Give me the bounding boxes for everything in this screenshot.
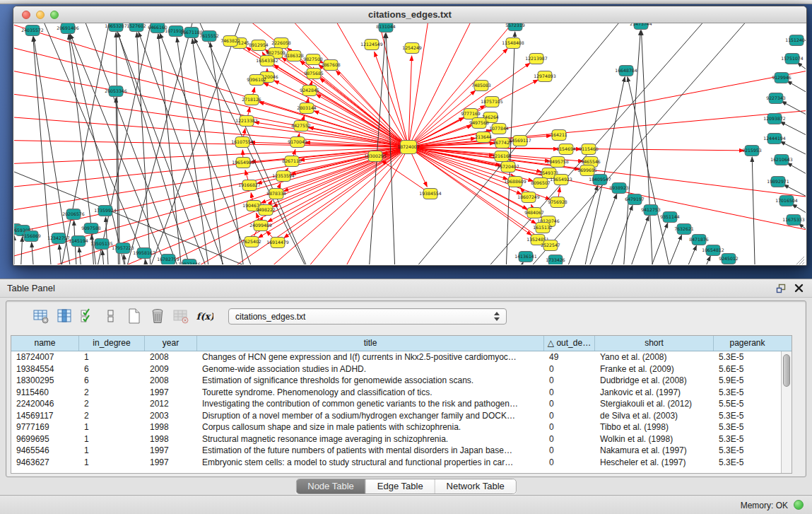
table-cell[interactable]: 0 xyxy=(544,445,595,457)
tab-node-table[interactable]: Node Table xyxy=(296,479,366,493)
table-cell[interactable]: 2008 xyxy=(145,375,197,387)
graph-edge[interactable] xyxy=(33,37,53,264)
table-cell[interactable]: 2008 xyxy=(145,351,197,363)
window-titlebar[interactable]: citations_edges.txt xyxy=(13,6,806,23)
graph-edge[interactable] xyxy=(787,81,806,108)
table-cell[interactable]: 9463627 xyxy=(11,457,79,469)
table-cell[interactable]: Tibbo et al. (1998) xyxy=(595,421,714,433)
table-cell[interactable]: 0 xyxy=(544,375,595,387)
table-cell[interactable]: Structural magnetic resonance image aver… xyxy=(197,433,544,445)
table-cell[interactable]: 5.3E-5 xyxy=(714,421,781,433)
table-cell[interactable]: Tourette syndrome. Phenomenology and cla… xyxy=(197,387,544,399)
column-header[interactable]: in_degree xyxy=(79,336,145,351)
table-cell[interactable]: 5.6E-5 xyxy=(714,363,781,375)
table-row[interactable]: 969969511998Structural magnetic resonanc… xyxy=(11,433,781,445)
table-cell[interactable]: 9115460 xyxy=(11,387,79,399)
graph-edge[interactable] xyxy=(102,250,106,264)
new-document-icon[interactable] xyxy=(125,307,143,325)
table-cell[interactable]: 5.5E-5 xyxy=(714,398,781,410)
table-cell[interactable]: 2 xyxy=(79,410,145,422)
table-cell[interactable]: 5.3E-5 xyxy=(714,445,781,457)
graph-edge[interactable] xyxy=(92,23,155,264)
table-cell[interactable]: Changes of HCN gene expression and I(f) … xyxy=(197,351,544,363)
network-canvas[interactable]: 1872400724035572206914061065328715276026… xyxy=(14,23,806,264)
table-cell[interactable]: 1998 xyxy=(145,433,197,445)
table-cell[interactable]: 18300295 xyxy=(11,375,79,387)
row-height-icon[interactable] xyxy=(102,307,120,325)
graph-edge[interactable] xyxy=(782,101,806,129)
table-cell[interactable]: 6 xyxy=(79,375,145,387)
table-cell[interactable]: 2 xyxy=(79,398,145,410)
select-rows-icon[interactable] xyxy=(78,307,97,325)
graph-edge[interactable] xyxy=(787,163,806,189)
table-row[interactable]: 946362711997Embryonic stem cells: a mode… xyxy=(11,457,781,469)
table-cell[interactable]: Yano et al. (2008) xyxy=(595,351,714,363)
table-cell[interactable]: 0 xyxy=(544,398,595,410)
float-panel-icon[interactable] xyxy=(776,284,787,293)
graph-edge[interactable] xyxy=(408,147,744,151)
graph-edge[interactable] xyxy=(382,160,430,194)
table-cell[interactable]: Nakamura et al. (1997) xyxy=(595,445,714,457)
show-columns-icon[interactable] xyxy=(55,307,73,325)
graph-edge[interactable] xyxy=(14,66,408,147)
table-row[interactable]: 946554611997Estimation of the future num… xyxy=(11,445,781,457)
graph-edge[interactable] xyxy=(210,42,247,264)
function-builder-icon[interactable]: f(x) xyxy=(195,307,213,325)
table-cell[interactable]: 0 xyxy=(544,387,595,399)
graph-edge[interactable] xyxy=(408,23,431,147)
table-cell[interactable]: 0 xyxy=(544,421,595,433)
table-cell[interactable]: Investigating the contribution of common… xyxy=(197,398,544,410)
table-cell[interactable]: Embryonic stem cells: a model to study s… xyxy=(197,457,544,469)
table-row[interactable]: 1938455462009Genome-wide association stu… xyxy=(11,363,781,375)
graph-edge[interactable] xyxy=(14,115,408,147)
table-cell[interactable]: 0 xyxy=(544,363,595,375)
table-cell[interactable]: Wolkin et al. (1998) xyxy=(595,433,714,445)
table-cell[interactable]: Hescheler et al. (1997) xyxy=(595,457,714,469)
delete-icon[interactable] xyxy=(148,307,167,325)
table-cell[interactable]: 1997 xyxy=(145,457,197,469)
graph-edge[interactable] xyxy=(659,235,682,264)
table-cell[interactable]: 1 xyxy=(79,351,145,363)
table-cell[interactable]: Dudbridge et al. (2008) xyxy=(595,375,714,387)
graph-edge[interactable] xyxy=(59,245,64,264)
table-row[interactable]: 1872400712008Changes of HCN gene express… xyxy=(11,351,781,363)
graph-edge[interactable] xyxy=(28,147,408,264)
graph-edge[interactable] xyxy=(509,262,523,264)
graph-edge[interactable] xyxy=(14,172,247,264)
table-cell[interactable]: 19384554 xyxy=(11,363,79,375)
graph-edge[interactable] xyxy=(20,237,23,264)
scrollbar-thumb[interactable] xyxy=(783,354,790,387)
table-cell[interactable]: 0 xyxy=(544,433,595,445)
graph-edge[interactable] xyxy=(797,62,806,90)
graph-edge[interactable] xyxy=(14,140,408,147)
delete-table-disabled-icon[interactable] xyxy=(172,307,190,325)
column-header[interactable]: year xyxy=(145,336,197,351)
graph-edge[interactable] xyxy=(14,41,408,147)
table-cell[interactable]: 22420046 xyxy=(11,398,79,410)
table-cell[interactable]: Corpus callosum shape and size in male p… xyxy=(197,421,544,433)
column-header[interactable]: title xyxy=(197,336,544,351)
column-header[interactable]: short xyxy=(595,336,714,351)
table-cell[interactable]: 1 xyxy=(79,457,145,469)
column-header[interactable]: △ out_de… xyxy=(544,336,595,351)
tab-network-table[interactable]: Network Table xyxy=(435,479,516,493)
table-cell[interactable]: 6 xyxy=(79,363,145,375)
table-cell[interactable]: 9777169 xyxy=(11,421,79,433)
graph-edge[interactable] xyxy=(33,37,74,264)
table-cell[interactable]: Genome-wide association studies in ADHD. xyxy=(197,363,544,375)
table-cell[interactable]: Stergiakouli et al. (2012) xyxy=(595,398,714,410)
table-cell[interactable]: 9465546 xyxy=(11,445,79,457)
table-cell[interactable]: 2012 xyxy=(145,398,197,410)
table-selector-dropdown[interactable]: citations_edges.txt xyxy=(228,308,507,325)
table-row[interactable]: 911546021997Tourette syndrome. Phenomeno… xyxy=(11,387,781,399)
vertical-scrollbar[interactable] xyxy=(781,351,792,473)
table-cell[interactable]: Franke et al. (2009) xyxy=(595,363,714,375)
table-cell[interactable]: 1 xyxy=(79,445,145,457)
table-cell[interactable]: 5.3E-5 xyxy=(714,387,781,399)
table-cell[interactable]: 18724007 xyxy=(11,351,79,363)
resize-grip-icon[interactable] xyxy=(801,262,804,264)
table-cell[interactable]: 1 xyxy=(79,433,145,445)
graph-edge[interactable] xyxy=(118,33,198,264)
close-panel-icon[interactable] xyxy=(794,284,804,293)
graph-edge[interactable] xyxy=(14,147,408,165)
